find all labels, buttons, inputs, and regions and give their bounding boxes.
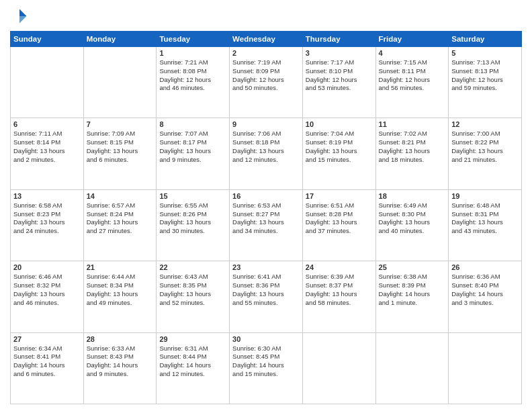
day-number: 16	[232, 192, 300, 200]
day-number: 8	[159, 120, 226, 128]
calendar-cell: 15Sunrise: 6:55 AMSunset: 8:26 PMDayligh…	[157, 189, 230, 261]
calendar-cell: 26Sunrise: 6:36 AMSunset: 8:40 PMDayligh…	[449, 261, 522, 332]
calendar-table: SundayMondayTuesdayWednesdayThursdayFrid…	[10, 31, 522, 404]
day-content: Sunrise: 6:46 AMSunset: 8:32 PMDaylight:…	[13, 273, 81, 307]
calendar-cell: 9Sunrise: 7:06 AMSunset: 8:18 PMDaylight…	[230, 118, 303, 189]
calendar-cell: 27Sunrise: 6:34 AMSunset: 8:41 PMDayligh…	[11, 332, 84, 404]
calendar-cell	[11, 47, 84, 118]
calendar-cell: 30Sunrise: 6:30 AMSunset: 8:45 PMDayligh…	[230, 332, 303, 404]
calendar-cell: 3Sunrise: 7:17 AMSunset: 8:10 PMDaylight…	[302, 47, 375, 118]
calendar-cell: 19Sunrise: 6:48 AMSunset: 8:31 PMDayligh…	[449, 189, 522, 261]
calendar-week-4: 20Sunrise: 6:46 AMSunset: 8:32 PMDayligh…	[11, 261, 522, 332]
calendar-cell: 24Sunrise: 6:39 AMSunset: 8:37 PMDayligh…	[302, 261, 375, 332]
day-content: Sunrise: 6:36 AMSunset: 8:40 PMDaylight:…	[451, 273, 519, 307]
day-number: 25	[379, 263, 446, 271]
day-content: Sunrise: 6:48 AMSunset: 8:31 PMDaylight:…	[451, 201, 519, 236]
day-number: 1	[159, 49, 226, 57]
calendar-cell: 10Sunrise: 7:04 AMSunset: 8:19 PMDayligh…	[302, 118, 375, 189]
calendar-cell: 6Sunrise: 7:11 AMSunset: 8:14 PMDaylight…	[11, 118, 84, 189]
calendar-cell: 25Sunrise: 6:38 AMSunset: 8:39 PMDayligh…	[375, 261, 449, 332]
day-content: Sunrise: 7:19 AMSunset: 8:09 PMDaylight:…	[232, 58, 300, 93]
calendar-cell: 14Sunrise: 6:57 AMSunset: 8:24 PMDayligh…	[83, 189, 157, 261]
calendar-week-1: 1Sunrise: 7:21 AMSunset: 8:08 PMDaylight…	[11, 47, 522, 118]
day-number: 27	[13, 335, 81, 343]
day-number: 11	[379, 120, 446, 128]
day-content: Sunrise: 7:13 AMSunset: 8:13 PMDaylight:…	[451, 58, 519, 93]
day-content: Sunrise: 6:30 AMSunset: 8:45 PMDaylight:…	[232, 345, 300, 379]
day-content: Sunrise: 6:51 AMSunset: 8:28 PMDaylight:…	[306, 201, 373, 236]
day-content: Sunrise: 6:43 AMSunset: 8:35 PMDaylight:…	[159, 273, 226, 307]
day-content: Sunrise: 7:02 AMSunset: 8:21 PMDaylight:…	[379, 130, 446, 164]
calendar-cell: 5Sunrise: 7:13 AMSunset: 8:13 PMDaylight…	[449, 47, 522, 118]
calendar-header-monday: Monday	[83, 32, 157, 47]
day-number: 4	[379, 49, 446, 57]
calendar-cell	[83, 47, 157, 118]
day-number: 23	[232, 263, 300, 271]
day-number: 15	[159, 192, 226, 200]
day-content: Sunrise: 6:34 AMSunset: 8:41 PMDaylight:…	[13, 345, 81, 379]
day-number: 19	[451, 192, 519, 200]
day-number: 7	[87, 120, 154, 128]
calendar-cell: 16Sunrise: 6:53 AMSunset: 8:27 PMDayligh…	[230, 189, 303, 261]
day-number: 26	[451, 263, 519, 271]
calendar-cell: 4Sunrise: 7:15 AMSunset: 8:11 PMDaylight…	[375, 47, 449, 118]
calendar-cell	[449, 332, 522, 404]
day-number: 22	[159, 263, 226, 271]
day-content: Sunrise: 7:17 AMSunset: 8:10 PMDaylight:…	[306, 58, 373, 93]
day-content: Sunrise: 7:15 AMSunset: 8:11 PMDaylight:…	[379, 58, 446, 93]
day-content: Sunrise: 7:06 AMSunset: 8:18 PMDaylight:…	[232, 130, 300, 164]
day-number: 2	[232, 49, 300, 57]
day-content: Sunrise: 6:41 AMSunset: 8:36 PMDaylight:…	[232, 273, 300, 307]
day-number: 24	[306, 263, 373, 271]
day-number: 21	[87, 263, 154, 271]
calendar-cell: 7Sunrise: 7:09 AMSunset: 8:15 PMDaylight…	[83, 118, 157, 189]
calendar-cell: 11Sunrise: 7:02 AMSunset: 8:21 PMDayligh…	[375, 118, 449, 189]
calendar-cell: 28Sunrise: 6:33 AMSunset: 8:43 PMDayligh…	[83, 332, 157, 404]
day-content: Sunrise: 6:39 AMSunset: 8:37 PMDaylight:…	[306, 273, 373, 307]
calendar-cell	[375, 332, 449, 404]
day-number: 6	[13, 120, 81, 128]
calendar-week-3: 13Sunrise: 6:58 AMSunset: 8:23 PMDayligh…	[11, 189, 522, 261]
day-content: Sunrise: 6:38 AMSunset: 8:39 PMDaylight:…	[379, 273, 446, 307]
day-content: Sunrise: 6:44 AMSunset: 8:34 PMDaylight:…	[87, 273, 154, 307]
svg-marker-0	[19, 9, 27, 17]
logo	[10, 7, 32, 26]
calendar-cell: 17Sunrise: 6:51 AMSunset: 8:28 PMDayligh…	[302, 189, 375, 261]
day-number: 5	[451, 49, 519, 57]
header	[10, 7, 522, 26]
calendar-header-wednesday: Wednesday	[230, 32, 303, 47]
day-number: 3	[306, 49, 373, 57]
calendar-cell: 8Sunrise: 7:07 AMSunset: 8:17 PMDaylight…	[157, 118, 230, 189]
day-content: Sunrise: 7:09 AMSunset: 8:15 PMDaylight:…	[87, 130, 154, 164]
page: SundayMondayTuesdayWednesdayThursdayFrid…	[0, 0, 532, 411]
day-number: 18	[379, 192, 446, 200]
day-content: Sunrise: 6:33 AMSunset: 8:43 PMDaylight:…	[87, 345, 154, 379]
day-number: 10	[306, 120, 373, 128]
day-number: 9	[232, 120, 300, 128]
day-content: Sunrise: 6:55 AMSunset: 8:26 PMDaylight:…	[159, 201, 226, 236]
calendar-header-friday: Friday	[375, 32, 449, 47]
logo-icon	[10, 7, 29, 26]
calendar-header-tuesday: Tuesday	[157, 32, 230, 47]
calendar-cell: 1Sunrise: 7:21 AMSunset: 8:08 PMDaylight…	[157, 47, 230, 118]
calendar-cell: 2Sunrise: 7:19 AMSunset: 8:09 PMDaylight…	[230, 47, 303, 118]
calendar-cell: 13Sunrise: 6:58 AMSunset: 8:23 PMDayligh…	[11, 189, 84, 261]
calendar-week-5: 27Sunrise: 6:34 AMSunset: 8:41 PMDayligh…	[11, 332, 522, 404]
day-content: Sunrise: 7:04 AMSunset: 8:19 PMDaylight:…	[306, 130, 373, 164]
calendar-cell: 21Sunrise: 6:44 AMSunset: 8:34 PMDayligh…	[83, 261, 157, 332]
calendar-cell: 20Sunrise: 6:46 AMSunset: 8:32 PMDayligh…	[11, 261, 84, 332]
calendar-cell: 12Sunrise: 7:00 AMSunset: 8:22 PMDayligh…	[449, 118, 522, 189]
calendar-header-sunday: Sunday	[11, 32, 84, 47]
day-number: 29	[159, 335, 226, 343]
svg-marker-1	[19, 16, 27, 24]
calendar-cell: 22Sunrise: 6:43 AMSunset: 8:35 PMDayligh…	[157, 261, 230, 332]
calendar-header-thursday: Thursday	[302, 32, 375, 47]
day-number: 28	[87, 335, 154, 343]
day-content: Sunrise: 6:53 AMSunset: 8:27 PMDaylight:…	[232, 201, 300, 236]
day-number: 13	[13, 192, 81, 200]
calendar-cell: 18Sunrise: 6:49 AMSunset: 8:30 PMDayligh…	[375, 189, 449, 261]
calendar-cell: 23Sunrise: 6:41 AMSunset: 8:36 PMDayligh…	[230, 261, 303, 332]
calendar-header-row: SundayMondayTuesdayWednesdayThursdayFrid…	[11, 32, 522, 47]
day-content: Sunrise: 7:00 AMSunset: 8:22 PMDaylight:…	[451, 130, 519, 164]
day-number: 30	[232, 335, 300, 343]
